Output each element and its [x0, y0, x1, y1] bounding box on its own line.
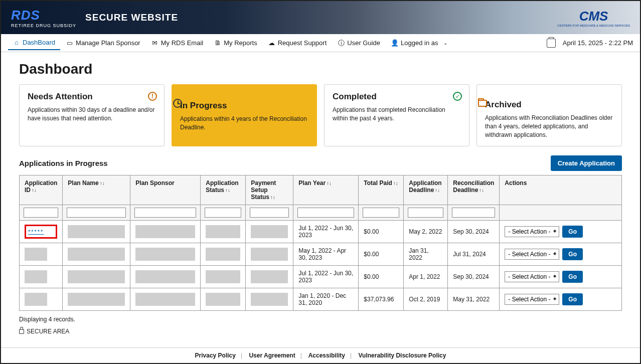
cell-total-paid: $0.00 [359, 221, 404, 243]
cell-plan-year: Jul 1, 2022 - Jun 30, 2023 [293, 221, 359, 243]
col-application-deadline[interactable]: Application Deadline↑↓ [404, 175, 448, 205]
filter-payment-setup-status[interactable] [250, 208, 289, 218]
card-needs-attention[interactable]: ! Needs Attention Applications within 30… [19, 84, 165, 146]
redacted-application-id [25, 248, 47, 261]
cell-total-paid: $0.00 [359, 243, 404, 266]
nav-user-guide[interactable]: ⓘUser Guide [333, 36, 385, 50]
redacted-plan-name [68, 225, 125, 238]
redacted-payment-setup-status [251, 270, 288, 283]
sort-icon: ↑↓ [32, 188, 37, 193]
select-action[interactable]: - Select Action - [505, 249, 559, 260]
status-cards: ! Needs Attention Applications within 30… [19, 84, 622, 146]
card-in-progress[interactable]: In Progress Applications within 4 years … [172, 84, 317, 146]
card-desc: Applications that completed Reconciliati… [333, 106, 461, 123]
select-action[interactable]: - Select Action - [505, 271, 559, 282]
rds-logo-text: RDS [11, 8, 76, 23]
nav-my-rds-email[interactable]: ✉My RDS Email [146, 36, 209, 50]
cms-logo-subtitle: CENTERS FOR MEDICARE & MEDICAID SERVICES [557, 24, 630, 27]
cms-logo-text: CMS [579, 9, 608, 24]
check-icon: ✓ [453, 92, 462, 101]
col-application-status[interactable]: Application Status↑↓ [201, 175, 246, 205]
alert-icon: ! [148, 92, 157, 101]
sort-icon: ↑↓ [393, 180, 398, 186]
sort-icon: ↑↓ [100, 180, 105, 186]
col-reconciliation-deadline[interactable]: Reconciliation Deadline↑↓ [448, 175, 500, 205]
print-icon[interactable] [547, 39, 556, 48]
col-total-paid[interactable]: Total Paid↑↓ [359, 175, 404, 205]
redacted-application-id [25, 293, 47, 306]
cell-total-paid: $37,073.96 [359, 288, 404, 311]
col-application-id[interactable]: Application ID↑↓ [20, 175, 63, 205]
select-action[interactable]: - Select Action - [505, 226, 559, 237]
col-plan-name[interactable]: Plan Name↑↓ [63, 175, 130, 205]
nav-my-reports[interactable]: 🗎My Reports [209, 36, 262, 50]
filter-plan-sponsor[interactable] [134, 208, 196, 218]
filter-reconciliation-deadline[interactable] [452, 208, 495, 218]
nav-dashboard[interactable]: ⌂DashBoard [8, 36, 60, 50]
document-icon: 🗎 [214, 40, 221, 47]
filter-application-deadline[interactable] [408, 208, 443, 218]
sort-icon: ↑↓ [479, 188, 484, 193]
card-completed[interactable]: ✓ Completed Applications that completed … [324, 84, 469, 146]
col-plan-sponsor[interactable]: Plan Sponsor [130, 175, 201, 205]
card-title: Completed [333, 92, 461, 102]
card-title: In Progress [180, 101, 308, 111]
header: RDS RETIREE DRUG SUBSIDY SECURE WEBSITE … [1, 1, 640, 34]
table-header: Applications in Progress Create Applicat… [19, 155, 622, 171]
card-desc: Applications with Reconciliation Deadlin… [485, 114, 613, 139]
col-plan-year[interactable]: Plan Year↑↓ [293, 175, 359, 205]
cell-reconciliation-deadline: Sep 30, 2024 [448, 221, 500, 243]
filter-application-status[interactable] [205, 208, 241, 218]
nav-request-support[interactable]: ☁Request Support [263, 36, 332, 50]
datetime: April 15, 2025 - 2:22 PM [563, 39, 633, 47]
filter-plan-year[interactable] [297, 208, 354, 218]
table-row: Jul 1, 2022 - Jun 30, 2023$0.00Apr 1, 20… [20, 266, 622, 288]
cell-plan-year: Jan 1, 2020 - Dec 31, 2020 [293, 288, 359, 311]
nav-logged-in-as[interactable]: 👤Logged in as⌄ [386, 36, 452, 50]
card-desc: Applications within 4 years of the Recon… [180, 115, 308, 132]
redacted-payment-setup-status [251, 293, 288, 306]
nav-manage-plan-sponsor[interactable]: ▭Manage Plan Sponsor [61, 36, 145, 50]
folder-icon [478, 100, 487, 107]
site-title: SECURE WEBSITE [85, 12, 178, 23]
footer-vulnerability[interactable]: Vulnerability Disclosure Policy [359, 352, 446, 359]
nav-left: ⌂DashBoard ▭Manage Plan Sponsor ✉My RDS … [8, 36, 452, 50]
application-id-link[interactable]: ***** [28, 229, 44, 235]
content: Dashboard ! Needs Attention Applications… [1, 52, 640, 344]
select-action[interactable]: - Select Action - [505, 294, 559, 305]
redacted-payment-setup-status [251, 225, 288, 238]
card-archived[interactable]: Archived Applications with Reconciliatio… [476, 84, 622, 146]
go-button[interactable]: Go [562, 271, 583, 283]
footer-accessibility[interactable]: Accessibility [308, 352, 345, 359]
redacted-plan-name [68, 293, 125, 306]
go-button[interactable]: Go [562, 248, 583, 260]
redacted-plan-sponsor [135, 293, 195, 306]
table-row: Jan 1, 2020 - Dec 31, 2020$37,073.96Oct … [20, 288, 622, 311]
redacted-plan-sponsor [135, 248, 195, 261]
redacted-application-status [206, 293, 240, 306]
col-actions: Actions [500, 175, 622, 205]
page-title: Dashboard [19, 61, 622, 77]
nav-right: April 15, 2025 - 2:22 PM [547, 39, 633, 48]
card-icon: ▭ [66, 40, 73, 47]
clock-icon [173, 99, 182, 108]
footer-privacy[interactable]: Privacy Policy [195, 352, 236, 359]
create-application-button[interactable]: Create Application [551, 155, 622, 171]
filter-total-paid[interactable] [363, 208, 399, 218]
redacted-plan-name [68, 248, 125, 261]
redacted-application-status [206, 225, 240, 238]
go-button[interactable]: Go [562, 293, 583, 305]
filter-plan-name[interactable] [67, 208, 126, 218]
table-row: May 1, 2022 - Apr 30, 2023$0.00Jan 31, 2… [20, 243, 622, 266]
logo-group: RDS RETIREE DRUG SUBSIDY SECURE WEBSITE [11, 8, 178, 28]
go-button[interactable]: Go [562, 226, 583, 238]
application-id-highlight: ***** [25, 225, 57, 239]
footer-user-agreement[interactable]: User Agreement [249, 352, 295, 359]
col-payment-setup-status[interactable]: Payment Setup Status↑↓ [246, 175, 293, 205]
rds-logo-subtitle: RETIREE DRUG SUBSIDY [11, 23, 76, 28]
filter-application-id[interactable] [24, 208, 58, 218]
lock-icon [19, 329, 24, 334]
card-title: Needs Attention [28, 92, 156, 102]
support-icon: ☁ [268, 40, 275, 47]
secure-area-text: SECURE AREA [27, 328, 69, 335]
